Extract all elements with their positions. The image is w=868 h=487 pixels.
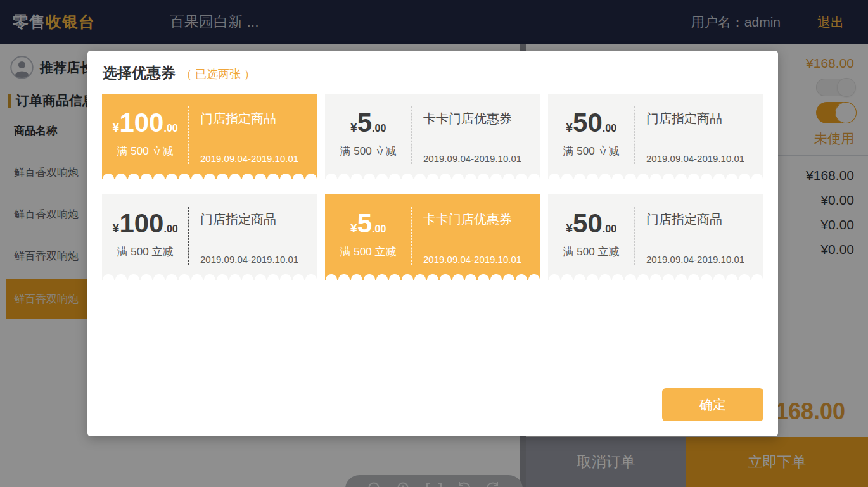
coupon-condition: 满 500 立减 xyxy=(340,144,397,158)
coupon-title: 门店指定商品 xyxy=(200,110,317,127)
coupon-card[interactable]: ¥5.00 满 500 立减 卡卡门店优惠券 2019.09.04-2019.1… xyxy=(325,94,540,179)
coupon-amount: 50 xyxy=(573,108,603,137)
coupon-price: ¥5.00 xyxy=(350,210,386,237)
coupon-card[interactable]: ¥5.00 满 500 立减 卡卡门店优惠券 2019.09.04-2019.1… xyxy=(325,194,540,280)
coupon-validity-date: 2019.09.04-2019.10.01 xyxy=(200,153,317,164)
currency-symbol: ¥ xyxy=(350,120,357,134)
coupon-amount: 5 xyxy=(357,208,372,238)
coupon-cents: .00 xyxy=(163,224,177,234)
coupon-card[interactable]: ¥50.00 满 500 立减 门店指定商品 2019.09.04-2019.1… xyxy=(548,94,763,179)
coupon-title: 门店指定商品 xyxy=(200,211,317,228)
coupon-title: 卡卡门店优惠券 xyxy=(423,110,540,127)
coupon-cents: .00 xyxy=(163,123,177,134)
modal-title: 选择优惠券 xyxy=(103,63,176,83)
coupon-select-modal: 选择优惠券 （ 已选两张 ） ¥100.00 满 500 立减 门店指定商品 2… xyxy=(87,51,778,436)
coupon-cents: .00 xyxy=(603,123,616,134)
coupon-title: 卡卡门店优惠券 xyxy=(423,211,540,228)
confirm-button[interactable]: 确定 xyxy=(662,388,763,421)
coupon-price: ¥50.00 xyxy=(566,210,616,237)
coupon-grid: ¥100.00 满 500 立减 门店指定商品 2019.09.04-2019.… xyxy=(102,94,763,280)
coupon-amount: 50 xyxy=(573,208,603,238)
coupon-card[interactable]: ¥100.00 满 500 立减 门店指定商品 2019.09.04-2019.… xyxy=(102,194,317,280)
coupon-condition: 满 500 立减 xyxy=(117,244,174,259)
coupon-cents: .00 xyxy=(603,224,616,234)
coupon-card[interactable]: ¥50.00 满 500 立减 门店指定商品 2019.09.04-2019.1… xyxy=(548,194,763,280)
coupon-amount: 5 xyxy=(357,108,372,137)
coupon-card[interactable]: ¥100.00 满 500 立减 门店指定商品 2019.09.04-2019.… xyxy=(102,94,317,179)
coupon-price: ¥50.00 xyxy=(566,110,616,136)
coupon-validity-date: 2019.09.04-2019.10.01 xyxy=(423,254,540,265)
currency-symbol: ¥ xyxy=(112,221,119,235)
currency-symbol: ¥ xyxy=(350,221,357,235)
currency-symbol: ¥ xyxy=(566,120,573,134)
coupon-condition: 满 500 立减 xyxy=(563,144,620,158)
modal-selected-note: （ 已选两张 ） xyxy=(181,66,255,82)
coupon-condition: 满 500 立减 xyxy=(340,244,397,259)
coupon-validity-date: 2019.09.04-2019.10.01 xyxy=(646,153,763,164)
coupon-validity-date: 2019.09.04-2019.10.01 xyxy=(646,254,763,265)
coupon-amount: 100 xyxy=(119,108,163,137)
coupon-cents: .00 xyxy=(372,224,386,234)
coupon-condition: 满 500 立减 xyxy=(563,244,620,259)
coupon-condition: 满 500 立减 xyxy=(117,144,174,158)
coupon-amount: 100 xyxy=(119,208,163,238)
coupon-validity-date: 2019.09.04-2019.10.01 xyxy=(423,153,540,164)
coupon-title: 门店指定商品 xyxy=(646,211,763,228)
coupon-price: ¥100.00 xyxy=(112,110,177,136)
coupon-price: ¥100.00 xyxy=(112,210,177,237)
coupon-cents: .00 xyxy=(372,123,386,134)
currency-symbol: ¥ xyxy=(112,120,119,134)
coupon-title: 门店指定商品 xyxy=(646,110,763,127)
coupon-price: ¥5.00 xyxy=(350,110,386,136)
currency-symbol: ¥ xyxy=(566,221,573,235)
coupon-validity-date: 2019.09.04-2019.10.01 xyxy=(200,254,317,265)
